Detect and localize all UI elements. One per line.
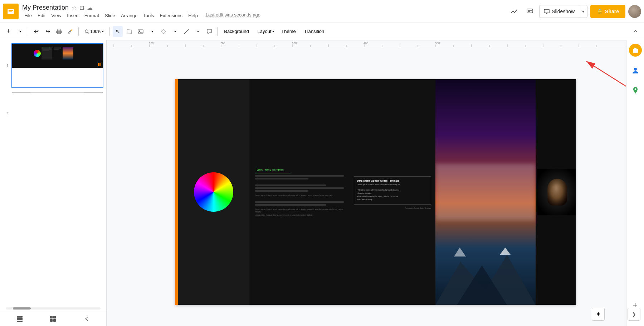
- slideshow-dropdown[interactable]: ▾: [579, 5, 587, 18]
- toolbar-sep-2: [78, 27, 79, 36]
- svg-line-14: [88, 32, 89, 34]
- data-bullets: • Help this slides with the visual backg…: [357, 188, 428, 201]
- menu-slide[interactable]: Slide: [103, 12, 117, 19]
- svg-point-77: [634, 88, 636, 90]
- magic-btn[interactable]: ✦: [592, 308, 605, 321]
- comment-btn[interactable]: [204, 26, 214, 37]
- line-dropdown-btn[interactable]: ▾: [193, 26, 203, 37]
- svg-rect-4: [527, 9, 533, 13]
- svg-marker-64: [454, 248, 466, 257]
- layout-label: Layout: [257, 29, 271, 34]
- red-arrow: [576, 54, 626, 111]
- svg-rect-24: [53, 316, 56, 318]
- typo-line-1: [255, 175, 344, 177]
- add-slide-btn[interactable]: +: [4, 26, 14, 37]
- theme-btn[interactable]: Theme: [279, 26, 298, 37]
- avatar[interactable]: [628, 5, 641, 18]
- slide-thumb-1[interactable]: [11, 43, 103, 88]
- slide-canvas[interactable]: Typography Samples Lorem ipsum dolor sit…: [175, 79, 576, 305]
- svg-rect-25: [50, 319, 53, 322]
- collapse-toolbar-btn[interactable]: [630, 27, 640, 37]
- select-tool-btn[interactable]: [124, 26, 134, 37]
- svg-point-76: [634, 68, 637, 71]
- trending-icon-btn[interactable]: [508, 5, 521, 18]
- person-yellow-icon-btn[interactable]: [629, 64, 642, 77]
- print-btn[interactable]: [54, 26, 64, 37]
- typo-line-4: [255, 187, 344, 189]
- topbar: My Presentation ☆ ⊡ ☁ File Edit View Ins…: [0, 0, 644, 23]
- notification-icon-btn[interactable]: [629, 44, 642, 57]
- svg-marker-63: [500, 248, 511, 255]
- app-logo[interactable]: [3, 4, 19, 19]
- comments-icon-btn[interactable]: [523, 5, 536, 18]
- typo-text-3: urna porttitor rhoncus dolor purus non e…: [255, 214, 312, 216]
- background-btn[interactable]: Background: [220, 26, 253, 37]
- image-btn[interactable]: [136, 26, 146, 37]
- folder-icon[interactable]: ⊡: [79, 4, 84, 11]
- menu-tools[interactable]: Tools: [141, 12, 156, 19]
- svg-rect-20: [17, 317, 23, 320]
- typography-section: Typography Samples Lorem ipsum dolor sit…: [249, 79, 350, 305]
- typo-line-7: [255, 204, 326, 206]
- editor-area[interactable]: // Ruler marks will be static SVG 100 20…: [107, 40, 626, 326]
- typo-line-5: [255, 190, 308, 192]
- filmstrip-view-btn[interactable]: [14, 313, 25, 325]
- maps-pin-icon-btn[interactable]: [629, 84, 642, 97]
- slide-item-2[interactable]: 2: [3, 91, 103, 136]
- grid-view-btn[interactable]: [47, 313, 59, 325]
- menu-file[interactable]: File: [22, 12, 34, 19]
- paint-format-btn[interactable]: [65, 26, 75, 37]
- topbar-right: Slideshow ▾ 🔒 Share: [508, 5, 641, 18]
- toolbar: + ▾ ↩ ↪ 100% ▾ ↖: [0, 23, 644, 40]
- svg-text:500: 500: [435, 42, 440, 45]
- add-dropdown-btn[interactable]: ▾: [15, 26, 25, 37]
- slideshow-button[interactable]: Slideshow ▾: [539, 5, 587, 18]
- menu-insert[interactable]: Insert: [65, 12, 81, 19]
- cursor-tool-btn[interactable]: ↖: [113, 26, 123, 37]
- svg-rect-7: [544, 9, 549, 13]
- data-title: Data Arena Google Slides Template: [357, 179, 428, 182]
- presentation-title[interactable]: My Presentation: [22, 4, 69, 11]
- menu-extensions[interactable]: Extensions: [158, 12, 185, 19]
- data-description: Lorem ipsum dolor sit amet, consectetur …: [357, 183, 428, 186]
- menu-bar: File Edit View Insert Format Slide Arran…: [22, 12, 260, 19]
- data-box: Data Arena Google Slides Template Lorem …: [354, 176, 431, 205]
- slide-number-2: 2: [3, 111, 9, 116]
- line-btn[interactable]: [181, 26, 191, 37]
- zoom-btn[interactable]: 100% ▾: [82, 26, 107, 37]
- portrait-vignette: [537, 169, 576, 215]
- collapse-panel-btn[interactable]: [81, 313, 92, 325]
- transition-label: Transition: [304, 29, 325, 34]
- slide-thumb-2[interactable]: [11, 91, 103, 136]
- cloud-icon[interactable]: ☁: [87, 4, 93, 11]
- title-area: My Presentation ☆ ⊡ ☁ File Edit View Ins…: [22, 4, 260, 19]
- menu-arrange[interactable]: Arrange: [119, 12, 140, 19]
- menu-help[interactable]: Help: [186, 12, 200, 19]
- last-edit: Last edit was seconds ago: [206, 12, 260, 19]
- chevron-right-btn[interactable]: ❯: [628, 308, 640, 321]
- svg-text:400: 400: [364, 42, 369, 45]
- svg-rect-15: [127, 29, 131, 34]
- menu-edit[interactable]: Edit: [35, 12, 48, 19]
- slideshow-main[interactable]: Slideshow: [540, 5, 579, 18]
- slide-panel: 1: [0, 40, 107, 326]
- svg-rect-21: [17, 316, 23, 317]
- typography-title: Typography Samples: [255, 168, 284, 171]
- star-icon[interactable]: ☆: [72, 4, 77, 11]
- redo-btn[interactable]: ↪: [43, 26, 53, 37]
- ruler-top: // Ruler marks will be static SVG 100 20…: [107, 40, 626, 47]
- main-content: 1: [0, 40, 644, 326]
- typo-line-2: [255, 178, 308, 179]
- toolbar-sep-3: [109, 27, 110, 36]
- menu-format[interactable]: Format: [82, 12, 101, 19]
- image-dropdown-btn[interactable]: ▾: [147, 26, 157, 37]
- share-button[interactable]: 🔒 Share: [590, 5, 625, 18]
- shape-btn[interactable]: [158, 26, 169, 37]
- menu-view[interactable]: View: [49, 12, 63, 19]
- shape-dropdown-btn[interactable]: ▾: [170, 26, 180, 37]
- transition-btn[interactable]: Transition: [300, 26, 328, 37]
- slide-item-1[interactable]: 1: [3, 43, 103, 88]
- undo-btn[interactable]: ↩: [31, 26, 41, 37]
- layout-btn[interactable]: Layout ▾: [254, 26, 277, 37]
- theme-label: Theme: [281, 29, 296, 34]
